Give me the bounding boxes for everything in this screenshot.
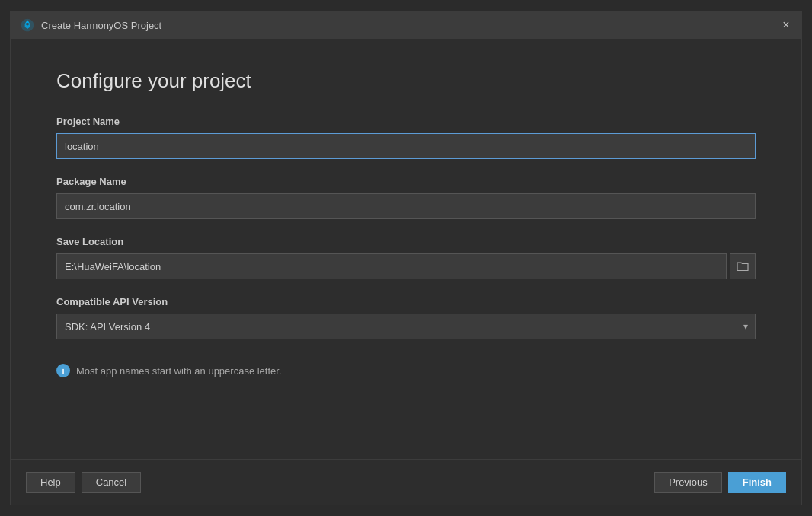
api-select-wrapper: SDK: API Version 4 ▾ [56, 314, 756, 339]
footer-right: Previous Finish [654, 472, 786, 493]
save-location-group: Save Location [56, 236, 756, 279]
help-button[interactable]: Help [26, 472, 75, 493]
package-name-label: Package Name [56, 176, 756, 187]
cancel-button[interactable]: Cancel [82, 472, 141, 493]
dialog-footer: Help Cancel Previous Finish [11, 459, 801, 505]
info-icon: i [56, 364, 70, 377]
dialog-heading: Configure your project [56, 69, 756, 93]
harmonyos-logo-icon [20, 18, 35, 33]
compatible-api-group: Compatible API Version SDK: API Version … [56, 296, 756, 339]
footer-left: Help Cancel [26, 472, 141, 493]
package-name-group: Package Name [56, 176, 756, 219]
project-name-input[interactable] [56, 133, 756, 159]
api-version-select[interactable]: SDK: API Version 4 [56, 314, 756, 339]
package-name-input[interactable] [56, 193, 756, 219]
finish-button[interactable]: Finish [728, 472, 786, 493]
folder-icon [737, 261, 749, 272]
project-name-group: Project Name [56, 116, 756, 159]
browse-folder-button[interactable] [730, 253, 756, 279]
compatible-api-label: Compatible API Version [56, 296, 756, 307]
title-bar: Create HarmonyOS Project × [11, 11, 801, 39]
save-location-wrapper [56, 253, 756, 279]
info-bar: i Most app names start with an uppercase… [56, 356, 756, 377]
save-location-input[interactable] [56, 253, 727, 279]
save-location-label: Save Location [56, 236, 756, 247]
title-bar-title-text: Create HarmonyOS Project [41, 20, 161, 31]
dialog-content: Configure your project Project Name Pack… [11, 39, 801, 459]
title-bar-left: Create HarmonyOS Project [20, 18, 161, 33]
previous-button[interactable]: Previous [654, 472, 722, 493]
dialog-wrapper: Create HarmonyOS Project × Configure you… [0, 0, 812, 516]
close-button[interactable]: × [780, 19, 792, 31]
dialog: Create HarmonyOS Project × Configure you… [10, 11, 802, 505]
info-message: Most app names start with an uppercase l… [76, 365, 282, 377]
project-name-label: Project Name [56, 116, 756, 127]
